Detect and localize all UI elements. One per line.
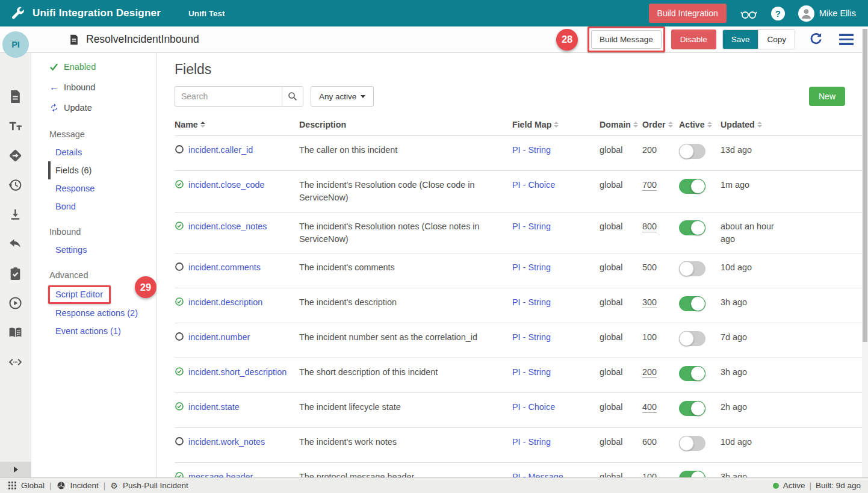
fields-panel: Fields Any active New Name Description F… xyxy=(157,53,862,477)
sidebar-item-bond[interactable]: Bond xyxy=(31,197,156,215)
sidebar-item-event-actions[interactable]: Event actions (1) xyxy=(31,322,156,340)
active-toggle[interactable] xyxy=(679,471,705,477)
field-name-link[interactable]: incident.close_code xyxy=(188,180,264,190)
field-name-link[interactable]: incident.close_notes xyxy=(188,222,267,231)
process-label[interactable]: Push-Pull Incident xyxy=(123,481,188,490)
column-header-field-map[interactable]: Field Map xyxy=(512,120,600,129)
save-button[interactable]: Save xyxy=(723,30,758,49)
column-header-domain[interactable]: Domain xyxy=(600,120,642,129)
send-icon[interactable] xyxy=(8,148,23,163)
field-updated: about an hour ago xyxy=(721,220,793,246)
column-header-name[interactable]: Name xyxy=(175,120,299,129)
field-order-value[interactable]: 200 xyxy=(642,367,657,378)
field-name-link[interactable]: incident.caller_id xyxy=(188,145,253,155)
field-map-link[interactable]: PI - String xyxy=(512,222,551,231)
book-icon[interactable] xyxy=(8,325,23,340)
field-order-value[interactable]: 200 xyxy=(642,145,657,155)
field-name-link[interactable]: incident.number xyxy=(188,332,250,342)
history-icon[interactable] xyxy=(8,178,23,193)
left-arrow-icon: ← xyxy=(49,82,60,93)
field-map-link[interactable]: PI - String xyxy=(512,367,551,377)
field-map-link[interactable]: PI - Choice xyxy=(512,180,555,190)
field-name-link[interactable]: incident.state xyxy=(188,402,240,412)
rail-collapse-button[interactable] xyxy=(0,462,31,477)
column-header-description[interactable]: Description xyxy=(299,120,512,129)
active-toggle[interactable] xyxy=(679,366,705,381)
field-order-value[interactable]: 400 xyxy=(642,402,657,413)
toggle-knob xyxy=(679,331,694,346)
active-toggle[interactable] xyxy=(679,144,705,159)
field-map-link[interactable]: PI - String xyxy=(512,145,551,155)
user-menu[interactable]: Mike Ellis xyxy=(798,5,856,22)
active-toggle[interactable] xyxy=(679,220,705,235)
sidebar-item-enabled[interactable]: Enabled xyxy=(31,57,156,77)
sidebar-item-inbound-direction[interactable]: ← Inbound xyxy=(31,77,156,98)
search-input[interactable] xyxy=(175,86,282,107)
field-name-link[interactable]: incident.description xyxy=(188,297,262,307)
field-order-value[interactable]: 800 xyxy=(642,222,657,232)
sidebar-item-fields[interactable]: Fields (6) xyxy=(48,161,156,179)
build-integration-button[interactable]: Build Integration xyxy=(649,4,727,23)
field-map-link[interactable]: PI - Choice xyxy=(512,402,555,412)
sidebar-item-details[interactable]: Details xyxy=(31,143,156,161)
help-icon[interactable]: ? xyxy=(771,7,785,20)
field-domain: global xyxy=(600,296,642,309)
reply-icon[interactable] xyxy=(8,237,23,252)
field-name-link[interactable]: incident.comments xyxy=(188,262,261,272)
field-map-link[interactable]: PI - String xyxy=(512,297,551,307)
glasses-icon[interactable] xyxy=(740,7,758,20)
field-name-link[interactable]: incident.work_notes xyxy=(188,437,265,447)
scrollbar-thumb[interactable] xyxy=(863,29,867,342)
column-header-order[interactable]: Order xyxy=(642,120,679,129)
field-map-link[interactable]: PI - String xyxy=(512,332,551,342)
document-icon[interactable] xyxy=(8,89,23,104)
field-order-value[interactable]: 500 xyxy=(642,262,657,272)
active-filter-dropdown[interactable]: Any active xyxy=(311,86,374,107)
search-icon[interactable] xyxy=(282,86,303,107)
active-toggle[interactable] xyxy=(679,296,705,311)
field-map-link[interactable]: PI - String xyxy=(512,262,551,272)
active-toggle[interactable] xyxy=(679,331,705,346)
sidebar-item-script-editor[interactable]: Script Editor xyxy=(55,290,103,299)
field-order-value[interactable]: 300 xyxy=(642,297,657,308)
field-updated: 10d ago xyxy=(721,261,793,274)
field-order-value[interactable]: 600 xyxy=(642,437,657,447)
active-toggle[interactable] xyxy=(679,436,705,451)
tasks-icon[interactable] xyxy=(8,266,23,281)
field-order-value[interactable]: 100 xyxy=(642,332,657,342)
refresh-icon[interactable] xyxy=(808,32,823,47)
active-toggle[interactable] xyxy=(679,401,705,416)
sidebar-item-settings[interactable]: Settings xyxy=(31,241,156,259)
sidebar-item-response-actions[interactable]: Response actions (2) xyxy=(31,304,156,322)
field-order-value[interactable]: 100 xyxy=(642,472,657,477)
field-status-icon xyxy=(175,297,184,306)
copy-button[interactable]: Copy xyxy=(758,30,795,49)
active-toggle[interactable] xyxy=(679,179,705,194)
field-map-link[interactable]: PI - Message Header xyxy=(512,472,563,477)
new-field-button[interactable]: New xyxy=(809,87,845,106)
table-row: incident.close_notes The incident's Reso… xyxy=(175,212,862,254)
table-row: incident.short_description The short des… xyxy=(175,358,862,393)
table-label[interactable]: Incident xyxy=(70,481,99,490)
field-description: The incident's comments xyxy=(299,261,512,274)
icon-rail xyxy=(0,53,31,477)
sidebar-item-update[interactable]: Update xyxy=(31,98,156,118)
sidebar-item-response[interactable]: Response xyxy=(31,179,156,197)
active-toggle[interactable] xyxy=(679,261,705,276)
disable-button[interactable]: Disable xyxy=(671,29,716,49)
text-icon[interactable] xyxy=(8,119,23,134)
integration-avatar[interactable]: PI xyxy=(2,31,29,58)
download-icon[interactable] xyxy=(8,207,23,222)
menu-icon[interactable] xyxy=(839,34,854,45)
build-message-button[interactable]: Build Message xyxy=(591,30,662,49)
field-map-link[interactable]: PI - String xyxy=(512,437,551,447)
field-order-value[interactable]: 700 xyxy=(642,180,657,191)
field-name-link[interactable]: incident.short_description xyxy=(188,367,287,377)
code-icon[interactable] xyxy=(8,355,23,370)
play-icon[interactable] xyxy=(8,296,23,311)
status-label: Active xyxy=(783,481,805,490)
column-header-updated[interactable]: Updated xyxy=(721,120,793,129)
field-name-link[interactable]: message.header xyxy=(188,472,253,477)
column-header-active[interactable]: Active xyxy=(679,120,721,129)
scope-label[interactable]: Global xyxy=(21,481,45,490)
